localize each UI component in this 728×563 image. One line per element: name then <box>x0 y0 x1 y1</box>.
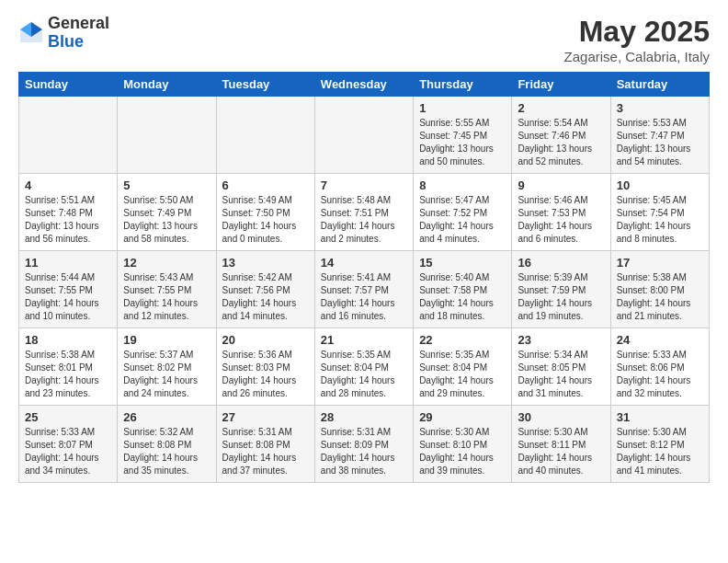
table-cell: 2Sunrise: 5:54 AM Sunset: 7:46 PM Daylig… <box>512 97 610 174</box>
day-info: Sunrise: 5:32 AM Sunset: 8:08 PM Dayligh… <box>123 426 210 477</box>
header-tuesday: Tuesday <box>216 73 314 97</box>
table-cell: 28Sunrise: 5:31 AM Sunset: 8:09 PM Dayli… <box>314 406 413 483</box>
day-info: Sunrise: 5:53 AM Sunset: 7:47 PM Dayligh… <box>617 117 703 168</box>
day-number: 22 <box>419 333 506 347</box>
page: General Blue May 2025 Zagarise, Calabria… <box>0 0 728 498</box>
day-info: Sunrise: 5:55 AM Sunset: 7:45 PM Dayligh… <box>419 117 506 168</box>
table-cell: 16Sunrise: 5:39 AM Sunset: 7:59 PM Dayli… <box>512 251 610 328</box>
day-number: 29 <box>419 410 506 424</box>
logo-general: General <box>48 15 109 33</box>
header-sunday: Sunday <box>19 73 118 97</box>
table-cell: 18Sunrise: 5:38 AM Sunset: 8:01 PM Dayli… <box>19 328 118 406</box>
table-cell: 12Sunrise: 5:43 AM Sunset: 7:55 PM Dayli… <box>118 251 216 328</box>
day-info: Sunrise: 5:51 AM Sunset: 7:48 PM Dayligh… <box>25 194 111 246</box>
day-number: 10 <box>617 178 703 192</box>
day-number: 18 <box>25 333 111 347</box>
table-cell: 17Sunrise: 5:38 AM Sunset: 8:00 PM Dayli… <box>610 251 709 328</box>
calendar: Sunday Monday Tuesday Wednesday Thursday… <box>18 72 710 483</box>
day-number: 7 <box>321 178 407 192</box>
header-saturday: Saturday <box>610 73 709 97</box>
day-number: 4 <box>25 178 111 192</box>
day-info: Sunrise: 5:41 AM Sunset: 7:57 PM Dayligh… <box>321 271 407 323</box>
day-number: 5 <box>123 178 210 192</box>
day-number: 24 <box>617 333 703 347</box>
table-cell: 19Sunrise: 5:37 AM Sunset: 8:02 PM Dayli… <box>118 328 216 406</box>
day-number: 15 <box>419 256 506 270</box>
table-cell: 13Sunrise: 5:42 AM Sunset: 7:56 PM Dayli… <box>216 251 314 328</box>
location: Zagarise, Calabria, Italy <box>564 49 710 64</box>
table-cell: 27Sunrise: 5:31 AM Sunset: 8:08 PM Dayli… <box>216 406 314 483</box>
week-row-3: 11Sunrise: 5:44 AM Sunset: 7:55 PM Dayli… <box>19 251 710 328</box>
table-cell: 21Sunrise: 5:35 AM Sunset: 8:04 PM Dayli… <box>314 328 413 406</box>
table-cell: 8Sunrise: 5:47 AM Sunset: 7:52 PM Daylig… <box>414 174 512 251</box>
header-friday: Friday <box>512 73 610 97</box>
logo-blue: Blue <box>48 33 109 52</box>
day-info: Sunrise: 5:35 AM Sunset: 8:04 PM Dayligh… <box>321 349 407 400</box>
month-title: May 2025 <box>564 15 710 49</box>
table-cell <box>19 97 118 174</box>
table-cell: 10Sunrise: 5:45 AM Sunset: 7:54 PM Dayli… <box>610 174 709 251</box>
table-cell: 5Sunrise: 5:50 AM Sunset: 7:49 PM Daylig… <box>118 174 216 251</box>
day-number: 14 <box>321 256 407 270</box>
table-cell: 26Sunrise: 5:32 AM Sunset: 8:08 PM Dayli… <box>118 406 216 483</box>
table-cell: 1Sunrise: 5:55 AM Sunset: 7:45 PM Daylig… <box>414 97 512 174</box>
day-number: 16 <box>518 256 604 270</box>
day-number: 25 <box>25 410 111 424</box>
day-number: 11 <box>25 256 111 270</box>
day-info: Sunrise: 5:30 AM Sunset: 8:11 PM Dayligh… <box>518 426 604 477</box>
table-cell: 6Sunrise: 5:49 AM Sunset: 7:50 PM Daylig… <box>216 174 314 251</box>
day-number: 3 <box>617 101 703 115</box>
day-number: 17 <box>617 256 703 270</box>
header-thursday: Thursday <box>414 73 512 97</box>
day-number: 20 <box>222 333 309 347</box>
table-cell: 14Sunrise: 5:41 AM Sunset: 7:57 PM Dayli… <box>314 251 413 328</box>
table-cell: 22Sunrise: 5:35 AM Sunset: 8:04 PM Dayli… <box>414 328 512 406</box>
week-row-1: 1Sunrise: 5:55 AM Sunset: 7:45 PM Daylig… <box>19 97 710 174</box>
day-number: 19 <box>123 333 210 347</box>
day-info: Sunrise: 5:31 AM Sunset: 8:09 PM Dayligh… <box>321 426 407 477</box>
day-info: Sunrise: 5:38 AM Sunset: 8:00 PM Dayligh… <box>617 271 703 323</box>
day-number: 31 <box>617 410 703 424</box>
day-info: Sunrise: 5:35 AM Sunset: 8:04 PM Dayligh… <box>419 349 506 400</box>
table-cell <box>216 97 314 174</box>
day-info: Sunrise: 5:33 AM Sunset: 8:06 PM Dayligh… <box>617 349 703 400</box>
weekday-header-row: Sunday Monday Tuesday Wednesday Thursday… <box>19 73 710 97</box>
day-number: 2 <box>518 101 604 115</box>
day-number: 23 <box>518 333 604 347</box>
day-number: 13 <box>222 256 309 270</box>
header-monday: Monday <box>118 73 216 97</box>
table-cell: 24Sunrise: 5:33 AM Sunset: 8:06 PM Dayli… <box>610 328 709 406</box>
logo-text: General Blue <box>48 15 109 52</box>
day-number: 28 <box>321 410 407 424</box>
day-number: 27 <box>222 410 309 424</box>
logo: General Blue <box>18 15 109 52</box>
header-wednesday: Wednesday <box>314 73 413 97</box>
logo-icon <box>18 20 44 46</box>
table-cell: 30Sunrise: 5:30 AM Sunset: 8:11 PM Dayli… <box>512 406 610 483</box>
table-cell <box>118 97 216 174</box>
day-info: Sunrise: 5:43 AM Sunset: 7:55 PM Dayligh… <box>123 271 210 323</box>
day-number: 30 <box>518 410 604 424</box>
day-number: 9 <box>518 178 604 192</box>
day-info: Sunrise: 5:49 AM Sunset: 7:50 PM Dayligh… <box>222 194 309 246</box>
day-info: Sunrise: 5:38 AM Sunset: 8:01 PM Dayligh… <box>25 349 111 400</box>
day-info: Sunrise: 5:30 AM Sunset: 8:12 PM Dayligh… <box>617 426 703 477</box>
day-number: 21 <box>321 333 407 347</box>
table-cell: 25Sunrise: 5:33 AM Sunset: 8:07 PM Dayli… <box>19 406 118 483</box>
table-cell: 20Sunrise: 5:36 AM Sunset: 8:03 PM Dayli… <box>216 328 314 406</box>
day-number: 8 <box>419 178 506 192</box>
table-cell: 3Sunrise: 5:53 AM Sunset: 7:47 PM Daylig… <box>610 97 709 174</box>
day-info: Sunrise: 5:30 AM Sunset: 8:10 PM Dayligh… <box>419 426 506 477</box>
day-info: Sunrise: 5:36 AM Sunset: 8:03 PM Dayligh… <box>222 349 309 400</box>
day-info: Sunrise: 5:47 AM Sunset: 7:52 PM Dayligh… <box>419 194 506 246</box>
day-info: Sunrise: 5:40 AM Sunset: 7:58 PM Dayligh… <box>419 271 506 323</box>
table-cell: 29Sunrise: 5:30 AM Sunset: 8:10 PM Dayli… <box>414 406 512 483</box>
day-number: 1 <box>419 101 506 115</box>
day-info: Sunrise: 5:54 AM Sunset: 7:46 PM Dayligh… <box>518 117 604 168</box>
day-info: Sunrise: 5:50 AM Sunset: 7:49 PM Dayligh… <box>123 194 210 246</box>
day-number: 12 <box>123 256 210 270</box>
day-info: Sunrise: 5:45 AM Sunset: 7:54 PM Dayligh… <box>617 194 703 246</box>
day-number: 6 <box>222 178 309 192</box>
table-cell: 11Sunrise: 5:44 AM Sunset: 7:55 PM Dayli… <box>19 251 118 328</box>
title-block: May 2025 Zagarise, Calabria, Italy <box>564 15 710 64</box>
